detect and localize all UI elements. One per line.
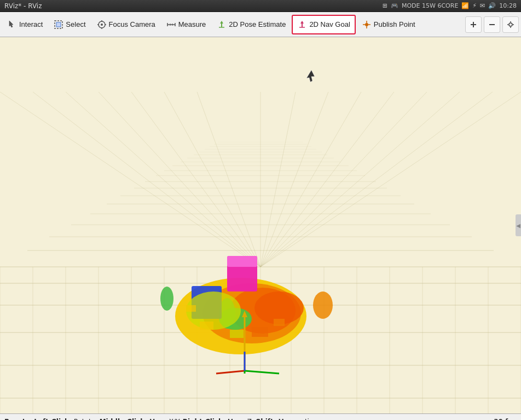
gpu-icon: 🎮 <box>391 2 398 9</box>
svg-rect-101 <box>227 256 257 267</box>
svg-rect-112 <box>274 319 285 326</box>
reset-button[interactable]: Reset <box>4 418 25 421</box>
window-manager-icon: ⊞ <box>383 2 387 9</box>
volume-icon: 🔊 <box>488 2 496 9</box>
svg-point-29 <box>510 27 511 28</box>
select-label: Select <box>66 20 85 28</box>
shift-action: More options. <box>278 418 323 421</box>
svg-point-27 <box>509 23 512 26</box>
measure-icon <box>166 20 176 30</box>
svg-point-102 <box>313 291 333 319</box>
nav-goal-button[interactable]: 2D Nav Goal <box>292 15 355 34</box>
svg-rect-1 <box>56 22 61 27</box>
grid <box>0 37 521 413</box>
interact-button[interactable]: Interact <box>2 15 48 34</box>
publish-point-label: Publish Point <box>374 20 415 28</box>
select-button[interactable]: Select <box>49 15 90 34</box>
system-icons: ⊞ 🎮 MODE 15W 6CORE 📶 ⚡ ✉ 🔊 10:28 <box>383 2 517 9</box>
svg-rect-113 <box>252 327 268 337</box>
focus-camera-label: Focus Camera <box>109 20 155 28</box>
clock: 10:28 <box>499 2 517 9</box>
svg-marker-17 <box>300 21 304 24</box>
svg-point-31 <box>513 24 514 25</box>
resize-handle[interactable]: ◀ <box>516 214 521 236</box>
toolbar: Interact Select Focus Camera <box>0 12 521 37</box>
right-click-key: Right-Click: <box>183 418 225 421</box>
svg-rect-110 <box>186 305 196 312</box>
settings-button[interactable] <box>502 16 519 33</box>
svg-point-3 <box>101 24 103 26</box>
toolbar-right <box>465 16 519 33</box>
nav-goal-label: 2D Nav Goal <box>309 20 350 28</box>
svg-rect-114 <box>230 330 244 338</box>
fps-counter: 30 fps <box>494 418 517 421</box>
middle-click-key: Middle-Click: <box>100 418 147 421</box>
middle-click-action: Move X/Y. <box>149 418 183 421</box>
right-click-action: Move Z. <box>228 418 256 421</box>
svg-point-109 <box>160 287 173 311</box>
statusbar: Reset Left-Click: Rotate. Middle-Click: … <box>0 413 521 420</box>
pose-estimate-icon <box>217 20 227 30</box>
left-click-key: Left-Click: <box>34 418 72 421</box>
titlebar: RViz* - RViz ⊞ 🎮 MODE 15W 6CORE 📶 ⚡ ✉ 🔊 … <box>0 0 521 12</box>
interact-label: Interact <box>19 20 43 28</box>
add-button[interactable] <box>465 16 482 33</box>
email-icon: ✉ <box>480 2 485 9</box>
remove-button[interactable] <box>484 16 500 33</box>
svg-point-28 <box>510 21 511 22</box>
mode-label: MODE 15W 6CORE <box>402 2 458 9</box>
bluetooth-icon: ⚡ <box>472 2 477 9</box>
wifi-icon: 📶 <box>461 2 469 9</box>
pose-estimate-label: 2D Pose Estimate <box>229 20 286 28</box>
select-icon <box>54 20 63 30</box>
publish-point-button[interactable]: Publish Point <box>357 15 420 34</box>
status-text: Reset Left-Click: Rotate. Middle-Click: … <box>4 418 323 421</box>
shift-key: Shift: <box>256 418 276 421</box>
nav-goal-icon <box>297 20 307 30</box>
viewport[interactable]: ◀ <box>0 37 521 413</box>
interact-icon <box>7 20 17 30</box>
focus-camera-button[interactable]: Focus Camera <box>92 15 160 34</box>
svg-rect-111 <box>200 322 213 330</box>
svg-marker-14 <box>220 21 223 24</box>
pose-estimate-button[interactable]: 2D Pose Estimate <box>212 15 291 34</box>
svg-point-30 <box>507 24 508 25</box>
measure-button[interactable]: Measure <box>161 15 211 34</box>
publish-point-icon <box>362 20 372 30</box>
svg-point-19 <box>365 23 368 26</box>
window-title: RViz* - RViz <box>4 2 42 10</box>
focus-camera-icon <box>97 20 107 30</box>
left-click-action: Rotate. <box>74 418 100 421</box>
measure-label: Measure <box>178 20 206 28</box>
